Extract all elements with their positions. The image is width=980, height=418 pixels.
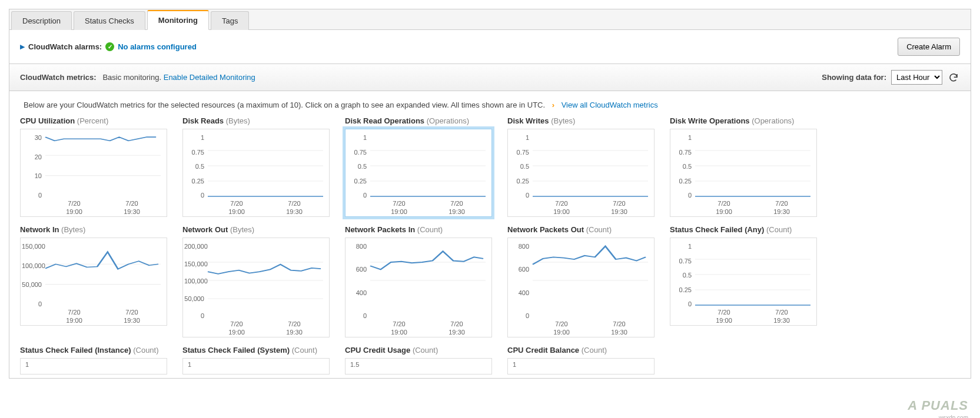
chart-network-packets-in[interactable]: Network Packets In (Count) 8006004000 7/… (345, 225, 492, 337)
chart-cpu-credit-usage[interactable]: CPU Credit Usage (Count) 1.5 (345, 346, 492, 374)
enable-detailed-link[interactable]: Enable Detailed Monitoring (164, 73, 255, 82)
chart-status-check-failed-instance[interactable]: Status Check Failed (Instance) (Count) 1 (20, 346, 167, 374)
chart-cpu-credit-balance[interactable]: CPU Credit Balance (Count) 1 (507, 346, 655, 374)
showing-data-label: Showing data for: (822, 73, 886, 82)
tab-monitoring[interactable]: Monitoring (147, 10, 209, 30)
cloudwatch-metrics-bar: CloudWatch metrics: Basic monitoring. En… (9, 64, 971, 91)
cloudwatch-metrics-label: CloudWatch metrics: (20, 73, 97, 82)
cloudwatch-alarms-label: CloudWatch alarms: (28, 42, 102, 51)
tab-tags[interactable]: Tags (211, 11, 249, 30)
tab-bar: Description Status Checks Monitoring Tag… (9, 9, 971, 30)
chevron-right-icon: › (547, 101, 559, 109)
charts-grid: CPU Utilization (Percent) 3020100 7/2019… (9, 116, 971, 378)
chart-network-packets-out[interactable]: Network Packets Out (Count) 8006004000 7… (507, 225, 655, 337)
view-all-metrics-link[interactable]: View all CloudWatch metrics (562, 101, 658, 109)
refresh-icon[interactable] (947, 71, 960, 84)
create-alarm-button[interactable]: Create Alarm (898, 38, 960, 56)
time-range-select[interactable]: Last Hour (891, 70, 942, 85)
check-ok-icon: ✓ (105, 42, 114, 51)
cloudwatch-alarms-row: ▶ CloudWatch alarms: ✓ No alarms configu… (9, 30, 971, 64)
tab-status-checks[interactable]: Status Checks (74, 11, 145, 30)
no-alarms-link[interactable]: No alarms configured (118, 42, 197, 51)
monitoring-mode-text: Basic monitoring. (102, 73, 161, 82)
expand-icon[interactable]: ▶ (20, 43, 25, 51)
chart-network-out[interactable]: Network Out (Bytes) 200,000150,000100,00… (182, 225, 330, 337)
metrics-description: Below are your CloudWatch metrics for th… (9, 91, 971, 116)
chart-disk-read-operations[interactable]: Disk Read Operations (Operations) 10.750… (345, 116, 492, 217)
tab-description[interactable]: Description (11, 11, 72, 30)
chart-cpu-utilization[interactable]: CPU Utilization (Percent) 3020100 7/2019… (20, 116, 167, 217)
chart-disk-write-operations[interactable]: Disk Write Operations (Operations) 10.75… (670, 116, 817, 217)
chart-network-in[interactable]: Network In (Bytes) 150,000100,00050,0000… (20, 225, 167, 337)
chart-disk-reads[interactable]: Disk Reads (Bytes) 10.750.50.250 7/2019:… (182, 116, 330, 217)
monitoring-panel: Description Status Checks Monitoring Tag… (9, 9, 971, 379)
chart-status-check-failed-any[interactable]: Status Check Failed (Any) (Count) 10.750… (670, 225, 817, 337)
chart-status-check-failed-system[interactable]: Status Check Failed (System) (Count) 1 (182, 346, 330, 374)
chart-disk-writes[interactable]: Disk Writes (Bytes) 10.750.50.250 7/2019… (507, 116, 655, 217)
